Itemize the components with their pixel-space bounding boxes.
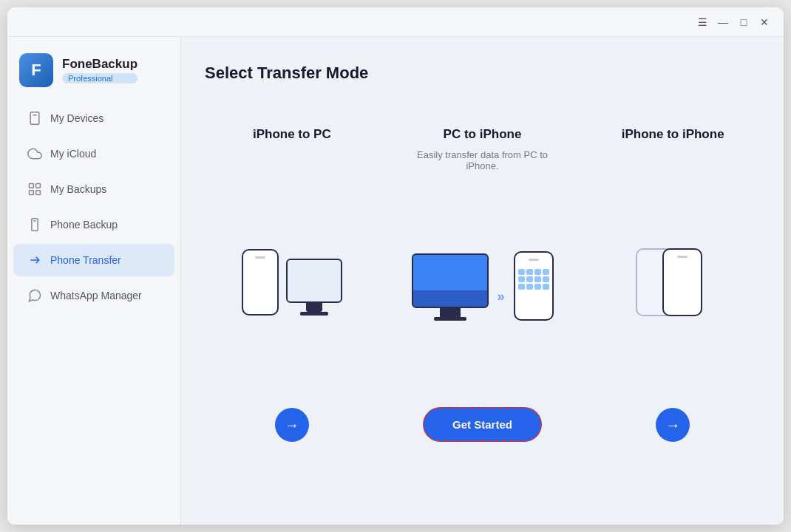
phone-front-graphic xyxy=(662,248,702,316)
menu-button[interactable]: ☰ xyxy=(692,12,713,33)
iphone-to-pc-illustration xyxy=(220,164,364,400)
iphone-to-pc-title: iPhone to PC xyxy=(253,127,331,142)
svg-rect-6 xyxy=(32,219,38,231)
app-name: FoneBackup xyxy=(62,57,138,72)
phone-graphic xyxy=(242,249,279,316)
transfer-mode-cards: iPhone to PC xyxy=(205,103,760,466)
sidebar-item-label-whatsapp-manager: WhatsApp Manager xyxy=(50,290,142,301)
sidebar-item-label-phone-transfer: Phone Transfer xyxy=(50,254,121,266)
app-tier-badge: Professional xyxy=(62,73,138,83)
iphone-pc-graphic xyxy=(242,249,342,316)
phone-backup-icon xyxy=(27,216,43,233)
iphone-to-pc-action: → xyxy=(275,408,309,442)
sidebar: F FoneBackup Professional My Devices xyxy=(7,37,181,525)
backups-icon xyxy=(27,181,43,197)
sidebar-item-label-my-backups: My Backups xyxy=(50,183,106,195)
iphone-to-iphone-illustration xyxy=(600,164,745,400)
svg-rect-5 xyxy=(36,191,41,195)
sidebar-item-whatsapp-manager[interactable]: WhatsApp Manager xyxy=(13,279,174,312)
sidebar-item-my-icloud[interactable]: My iCloud xyxy=(13,137,174,170)
close-button[interactable]: ✕ xyxy=(754,12,775,33)
iphone-with-grid-graphic xyxy=(514,251,554,321)
pc-to-iphone-subtitle: Easily transfer data from PC to iPhone. xyxy=(410,149,555,171)
iphone-to-pc-arrow-button[interactable]: → xyxy=(275,408,309,442)
iphone-to-iphone-action: → xyxy=(656,408,690,442)
svg-rect-2 xyxy=(30,184,34,188)
pc-to-iphone-title: PC to iPhone xyxy=(444,127,522,142)
app-logo-icon: F xyxy=(19,53,53,87)
device-icon xyxy=(27,110,43,126)
titlebar: ☰ — □ ✕ xyxy=(7,7,784,37)
svg-rect-4 xyxy=(30,191,34,195)
sidebar-item-phone-backup[interactable]: Phone Backup xyxy=(13,208,174,241)
sidebar-item-my-backups[interactable]: My Backups xyxy=(13,173,174,205)
whatsapp-icon xyxy=(27,287,43,304)
iphone-iphone-graphic xyxy=(643,248,702,316)
desktop-graphic xyxy=(412,253,489,321)
minimize-button[interactable]: — xyxy=(713,12,733,33)
sidebar-item-phone-transfer[interactable]: Phone Transfer xyxy=(13,244,174,276)
pc-to-iphone-action: Get Started xyxy=(423,407,542,442)
sidebar-item-my-devices[interactable]: My Devices xyxy=(13,102,174,134)
main-layout: F FoneBackup Professional My Devices xyxy=(7,37,784,525)
sidebar-item-label-my-devices: My Devices xyxy=(50,112,103,124)
pc-to-iphone-illustration: » xyxy=(410,171,555,400)
svg-rect-3 xyxy=(36,184,41,188)
main-content: Select Transfer Mode iPhone to PC xyxy=(181,37,784,525)
iphone-to-iphone-card: iPhone to iPhone → xyxy=(585,103,760,466)
transfer-arrows: » xyxy=(498,289,505,304)
logo-text: FoneBackup Professional xyxy=(62,57,138,83)
app-window: ☰ — □ ✕ F FoneBackup Professional xyxy=(7,7,784,525)
svg-rect-0 xyxy=(30,112,39,125)
iphone-to-iphone-arrow-button[interactable]: → xyxy=(656,408,690,442)
get-started-button[interactable]: Get Started xyxy=(423,407,542,442)
transfer-icon xyxy=(27,252,43,268)
cloud-icon xyxy=(27,146,43,162)
maximize-button[interactable]: □ xyxy=(733,12,754,33)
iphone-to-iphone-title: iPhone to iPhone xyxy=(622,127,724,142)
logo-area: F FoneBackup Professional xyxy=(7,44,180,100)
monitor-graphic xyxy=(286,259,342,316)
sidebar-item-label-phone-backup: Phone Backup xyxy=(50,219,118,231)
page-title: Select Transfer Mode xyxy=(205,64,760,83)
pc-to-iphone-card: PC to iPhone Easily transfer data from P… xyxy=(396,103,570,466)
sidebar-item-label-my-icloud: My iCloud xyxy=(50,148,96,160)
iphone-to-pc-card: iPhone to PC xyxy=(205,103,379,466)
pc-iphone-graphic: » xyxy=(412,251,554,321)
